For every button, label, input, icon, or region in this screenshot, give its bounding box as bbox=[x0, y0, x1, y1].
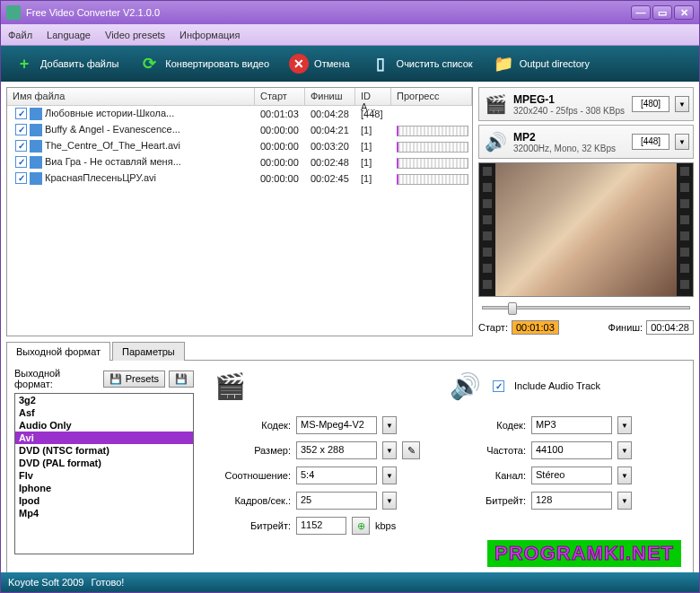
video-format-value[interactable]: [480] bbox=[632, 96, 669, 112]
video-section-icon: 🎬 bbox=[212, 368, 248, 404]
video-size-label: Размер: bbox=[212, 445, 291, 456]
cancel-icon: ✕ bbox=[289, 54, 309, 74]
file-checkbox[interactable]: ✓ bbox=[15, 124, 27, 135]
format-item[interactable]: Iphone bbox=[15, 482, 193, 494]
refresh-icon: ⟳ bbox=[138, 53, 160, 74]
video-ratio-label: Соотношение: bbox=[212, 470, 291, 481]
minimize-button[interactable]: — bbox=[631, 5, 651, 20]
add-files-button[interactable]: +Добавить файлы bbox=[4, 48, 127, 79]
format-item[interactable]: Asf bbox=[15, 406, 193, 419]
video-format-box: 🎬 MPEG-1 320x240 - 25fps - 308 KBps [480… bbox=[478, 87, 694, 121]
include-audio-checkbox[interactable]: ✓ bbox=[493, 380, 504, 392]
file-icon bbox=[30, 172, 42, 185]
col-start[interactable]: Старт bbox=[255, 88, 305, 105]
file-icon bbox=[30, 140, 42, 153]
speaker-icon: 🔊 bbox=[483, 129, 508, 154]
audio-format-value[interactable]: [448] bbox=[632, 134, 669, 150]
save-icon: 💾 bbox=[175, 373, 188, 385]
dropdown-icon[interactable]: ▼ bbox=[382, 416, 397, 434]
progress-bar bbox=[397, 126, 468, 136]
save-preset-button[interactable]: 💾 bbox=[169, 371, 194, 388]
col-name[interactable]: Имя файла bbox=[7, 88, 255, 105]
slider-thumb[interactable] bbox=[508, 302, 517, 315]
preview-image bbox=[495, 163, 677, 296]
audio-format-name: MP2 bbox=[513, 131, 626, 144]
format-item[interactable]: Ipod bbox=[15, 494, 193, 507]
format-item[interactable]: DVD (NTSC format) bbox=[15, 444, 193, 457]
video-size-input[interactable]: 352 x 288 bbox=[296, 441, 377, 459]
dropdown-icon[interactable]: ▼ bbox=[617, 467, 632, 484]
cancel-button[interactable]: ✕Отмена bbox=[280, 48, 358, 79]
film-icon: 🎬 bbox=[483, 92, 508, 117]
video-format-dropdown[interactable]: ▼ bbox=[675, 96, 689, 112]
format-item[interactable]: Mp4 bbox=[15, 507, 193, 519]
dropdown-icon[interactable]: ▼ bbox=[382, 467, 397, 484]
end-time[interactable]: 00:04:28 bbox=[646, 320, 694, 335]
video-fps-input[interactable]: 25 bbox=[296, 492, 377, 510]
file-row[interactable]: ✓The_Centre_Of_The_Heart.avi00:00:0000:0… bbox=[7, 138, 472, 154]
disk-icon: 💾 bbox=[109, 373, 122, 385]
audio-codec-input[interactable]: MP3 bbox=[531, 416, 612, 434]
dropdown-icon[interactable]: ▼ bbox=[382, 492, 397, 510]
seek-slider[interactable] bbox=[478, 301, 694, 315]
video-bitrate-input[interactable]: 1152 bbox=[296, 517, 346, 535]
format-item[interactable]: Audio Only bbox=[15, 419, 193, 432]
video-format-details: 320x240 - 25fps - 308 KBps bbox=[513, 106, 626, 116]
audio-freq-input[interactable]: 44100 bbox=[531, 441, 612, 459]
file-list: Имя файла Старт Финиш ID A... Прогресс ✓… bbox=[6, 87, 473, 336]
menubar: Файл Language Video presets Информация bbox=[1, 24, 699, 46]
file-checkbox[interactable]: ✓ bbox=[15, 140, 27, 152]
video-ratio-input[interactable]: 5:4 bbox=[296, 467, 377, 484]
format-item[interactable]: 3g2 bbox=[15, 394, 193, 406]
watermark: PROGRAMKI.NET bbox=[487, 540, 681, 567]
file-list-header: Имя файла Старт Финиш ID A... Прогресс bbox=[7, 88, 472, 106]
video-preview[interactable] bbox=[478, 162, 694, 297]
output-dir-button[interactable]: 📁Output directory bbox=[484, 48, 599, 79]
file-row[interactable]: ✓Buffy & Angel - Evanescence...00:00:000… bbox=[7, 122, 472, 138]
format-item[interactable]: DVD (PAL format) bbox=[15, 457, 193, 469]
convert-button[interactable]: ⟳Конвертировать видео bbox=[129, 48, 278, 79]
bitrate-unit: kbps bbox=[375, 520, 396, 531]
bitrate-plus-button[interactable]: ⊕ bbox=[352, 517, 370, 535]
end-label: Финиш: bbox=[608, 322, 643, 333]
app-icon bbox=[6, 5, 21, 20]
maximize-button[interactable]: ▭ bbox=[652, 5, 672, 20]
dropdown-icon[interactable]: ▼ bbox=[617, 416, 632, 434]
audio-channel-input[interactable]: Stéreo bbox=[531, 467, 612, 484]
format-item[interactable]: Flv bbox=[15, 469, 193, 482]
output-format-label: Выходной формат: bbox=[14, 368, 100, 389]
include-audio-label: Include Audio Track bbox=[514, 380, 600, 391]
statusbar: Koyote Soft 2009 Готово! bbox=[1, 572, 699, 592]
tab-parameters[interactable]: Параметры bbox=[112, 342, 185, 361]
audio-bitrate-input[interactable]: 128 bbox=[531, 492, 612, 510]
col-end[interactable]: Финиш bbox=[305, 88, 355, 105]
menu-file[interactable]: Файл bbox=[8, 30, 32, 40]
file-row[interactable]: ✓Виа Гра - Не оставляй меня...00:00:0000… bbox=[7, 154, 472, 170]
file-row[interactable]: ✓Любовные истории-Школа...00:01:0300:04:… bbox=[7, 106, 472, 122]
file-checkbox[interactable]: ✓ bbox=[15, 108, 27, 119]
close-button[interactable]: ✕ bbox=[674, 5, 694, 20]
progress-bar bbox=[397, 174, 468, 185]
dropdown-icon[interactable]: ▼ bbox=[617, 492, 632, 510]
file-checkbox[interactable]: ✓ bbox=[15, 172, 27, 184]
menu-presets[interactable]: Video presets bbox=[105, 30, 165, 40]
edit-size-button[interactable]: ✎ bbox=[402, 441, 420, 459]
menu-info[interactable]: Информация bbox=[179, 30, 240, 40]
menu-language[interactable]: Language bbox=[47, 30, 91, 40]
document-icon: ▯ bbox=[370, 53, 391, 74]
dropdown-icon[interactable]: ▼ bbox=[617, 441, 632, 459]
format-list[interactable]: 3g2AsfAudio OnlyAviDVD (NTSC format)DVD … bbox=[14, 393, 194, 554]
tab-output-format[interactable]: Выходной формат bbox=[6, 342, 110, 361]
start-time[interactable]: 00:01:03 bbox=[512, 320, 559, 335]
file-checkbox[interactable]: ✓ bbox=[15, 156, 27, 168]
file-row[interactable]: ✓КраснаяПлесеньЦРУ.avi00:00:0000:02:45[1… bbox=[7, 170, 472, 187]
format-item[interactable]: Avi bbox=[15, 432, 193, 444]
dropdown-icon[interactable]: ▼ bbox=[382, 441, 397, 459]
audio-format-dropdown[interactable]: ▼ bbox=[675, 134, 689, 150]
filmstrip-right bbox=[677, 163, 693, 296]
clear-list-button[interactable]: ▯Очистить список bbox=[361, 48, 482, 79]
col-id[interactable]: ID A... bbox=[355, 88, 391, 105]
video-codec-input[interactable]: MS-Mpeg4-V2 bbox=[296, 416, 377, 434]
col-progress[interactable]: Прогресс bbox=[391, 88, 472, 105]
presets-button[interactable]: 💾Presets bbox=[103, 371, 165, 388]
